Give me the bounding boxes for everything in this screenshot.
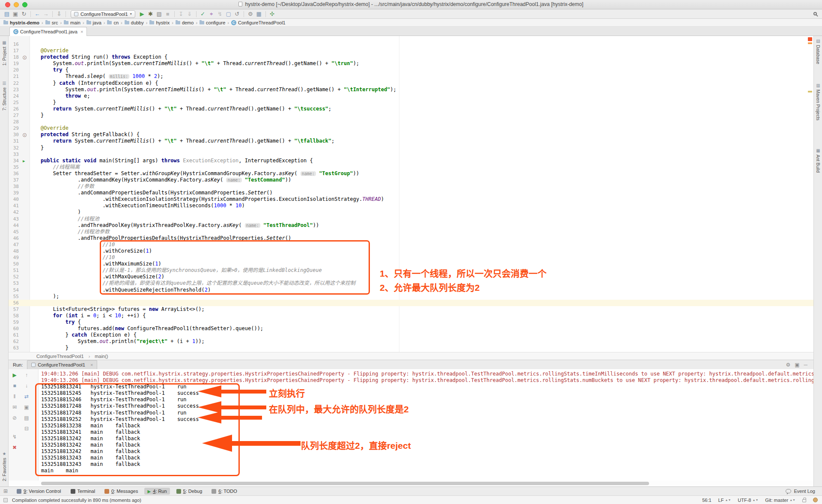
code-line[interactable]: 62 System.out.println("reject\t" + (i + … — [9, 338, 813, 345]
settings-icon[interactable]: ⚙ — [246, 10, 255, 18]
clear-icon[interactable]: ⊘ — [11, 415, 18, 421]
sidebar-item-project[interactable]: ▦1: Project — [0, 40, 9, 66]
code-line[interactable]: 41 .withExecutionTimeoutInMilliseconds(1… — [9, 203, 813, 209]
search-icon[interactable] — [813, 12, 817, 15]
code-line[interactable]: 32 } — [9, 145, 813, 151]
code-editor[interactable]: 1617 @Override18↑ protected String run()… — [9, 36, 813, 352]
status-icon[interactable] — [3, 498, 8, 502]
code-area[interactable]: 1617 @Override18↑ protected String run()… — [9, 41, 813, 352]
event-log-button[interactable]: Event Log — [786, 489, 815, 494]
code-line[interactable]: 35 //线程隔离 — [9, 164, 813, 170]
tab-run[interactable]: ▶4: Run — [144, 488, 170, 495]
maven-icon[interactable]: ✣ — [268, 10, 277, 18]
code-line[interactable]: 31 return System.currentTimeMillis() + "… — [9, 138, 813, 144]
debug-icon[interactable]: ✱ — [146, 10, 155, 18]
sidebar-item-ant[interactable]: ▦Ant Build — [814, 148, 822, 173]
code-line[interactable]: 58 for (int i = 0; i < 10; ++i) { — [9, 313, 813, 319]
close-run-tab-icon[interactable]: × — [90, 362, 93, 367]
sidebar-item-database[interactable]: ▤Database — [814, 39, 822, 64]
attach-icon[interactable]: ↯ — [216, 10, 224, 18]
breadcrumb-item-main[interactable]: main — [64, 20, 80, 25]
breadcrumb-item-configurethreadpool1[interactable]: ConfigureThreadPool1 — [231, 20, 286, 25]
tab-version-control[interactable]: 9: Version Control — [14, 488, 64, 495]
run-icon[interactable]: ▶ — [138, 10, 146, 18]
forward-icon[interactable]: → — [42, 10, 50, 18]
code-line[interactable]: 36 Setter threadSetter = Setter.withGrou… — [9, 170, 813, 177]
tab-debug[interactable]: 5: Debug — [173, 488, 206, 495]
code-line[interactable]: 22 } catch (InterruptedException e) { — [9, 80, 813, 86]
stop-icon[interactable]: ■ — [11, 382, 18, 389]
code-line[interactable]: 61 } catch (Exception e) { — [9, 332, 813, 338]
horizontal-scrollbar[interactable] — [9, 480, 813, 486]
run-tab[interactable]: ConfigureThreadPool1 × — [27, 360, 97, 369]
breadcrumb-item-hystrix-demo[interactable]: hystrix-demo — [3, 20, 39, 25]
project-structure-icon[interactable]: ▦ — [255, 10, 263, 18]
pause-output-icon[interactable]: ‖ — [11, 393, 18, 400]
error-stripe-mark[interactable] — [808, 37, 812, 41]
code-line[interactable]: 45 //线程池参数 — [9, 229, 813, 235]
uml-icon[interactable]: ⌖ — [207, 10, 216, 18]
code-line[interactable]: 63 } — [9, 345, 813, 351]
code-line[interactable]: 29 @Override — [9, 125, 813, 131]
undo-icon[interactable]: ↺ — [233, 10, 241, 18]
run-console[interactable]: ▶■‖✉⊘↯✖↑↓⇄▣▤⊟ 19:40:13.206 [main] DEBUG … — [9, 369, 813, 480]
breadcrumb-item-configure[interactable]: configure — [200, 20, 225, 25]
code-line[interactable]: 28 — [9, 119, 813, 125]
code-line[interactable]: 33 — [9, 151, 813, 158]
clear-all-icon[interactable]: ⊟ — [23, 425, 30, 432]
scrollbar-thumb[interactable] — [41, 482, 649, 485]
code-line[interactable]: 60 futures.add(new ConfigureThreadPool1(… — [9, 325, 813, 332]
scroll-end-icon[interactable]: ▣ — [23, 404, 30, 411]
code-line[interactable]: 44 .andThreadPoolKey(HystrixThreadPoolKe… — [9, 222, 813, 229]
caret-position[interactable]: 56:1 — [702, 498, 711, 503]
tab-todo[interactable]: 6: TODO — [208, 488, 240, 495]
run-configuration-selector[interactable]: ConfigureThreadPool1 ▾ — [71, 10, 135, 18]
tab-messages[interactable]: 0: Messages — [101, 488, 141, 495]
rerun-icon[interactable]: ▶ — [11, 372, 18, 379]
code-line[interactable]: 26 return System.currentTimeMillis() + "… — [9, 106, 813, 112]
code-line[interactable]: 18↑ protected String run() throws Except… — [9, 54, 813, 60]
breadcrumb-item-java[interactable]: java — [86, 20, 101, 25]
code-line[interactable]: 24 throw e; — [9, 93, 813, 99]
show-console-icon[interactable]: ✉ — [11, 404, 18, 411]
hide-panel-icon[interactable]: ─ — [804, 362, 807, 368]
code-line[interactable]: 37 .andCommandKey(HystrixCommandKey.Fact… — [9, 177, 813, 183]
run-gutter-icon[interactable]: ▶ — [23, 159, 25, 163]
update-project-icon[interactable]: ↧ — [177, 10, 185, 18]
window-controls[interactable] — [5, 2, 27, 7]
float-mode-icon[interactable]: ▣ — [795, 362, 799, 368]
code-line[interactable]: 16 — [9, 41, 813, 48]
inspect-icon[interactable]: ✓ — [199, 10, 207, 18]
lock-icon[interactable] — [802, 499, 806, 502]
git-branch-selector[interactable]: Git: master▲▼ — [765, 498, 795, 503]
close-icon[interactable]: ✖ — [11, 444, 18, 451]
doc-icon[interactable]: ▢ — [224, 10, 233, 18]
code-line[interactable]: 39 .andCommandPropertiesDefaults(Hystrix… — [9, 190, 813, 196]
gear-icon[interactable]: ⚙ — [786, 362, 790, 368]
breadcrumb-item-src[interactable]: src — [45, 20, 58, 25]
tool-windows-icon[interactable]: ⊞ — [3, 488, 8, 494]
sidebar-item-favorites[interactable]: ★2: Favorites — [0, 451, 9, 481]
minimize-window-icon[interactable] — [14, 2, 19, 7]
soft-wrap-icon[interactable]: ⇄ — [23, 393, 30, 400]
code-line[interactable]: 20 try { — [9, 67, 813, 73]
code-line[interactable]: 57 List<Future<String>> futures = new Ar… — [9, 306, 813, 313]
encoding-selector[interactable]: UTF-8▲▼ — [738, 498, 758, 503]
stop-icon[interactable]: ■ — [164, 10, 172, 18]
code-line[interactable]: 56 — [9, 300, 813, 306]
override-marker-icon[interactable]: ↑ — [23, 133, 27, 137]
up-stack-icon[interactable]: ↑ — [23, 372, 30, 379]
coverage-icon[interactable]: ▧ — [155, 10, 164, 18]
code-line[interactable]: 43 //线程池 — [9, 216, 813, 222]
back-icon[interactable]: ← — [33, 10, 42, 18]
code-line[interactable]: 30↑ protected String getFallback() { — [9, 131, 813, 138]
breadcrumb-item-demo[interactable]: demo — [176, 20, 194, 25]
override-marker-icon[interactable]: ↑ — [23, 56, 27, 60]
save-all-icon[interactable]: ▣ — [11, 10, 20, 18]
crumb-class[interactable]: ConfigureThreadPool1 — [36, 354, 84, 359]
code-line[interactable]: 17 @Override — [9, 48, 813, 54]
warning-stripe-mark[interactable] — [808, 91, 812, 92]
open-icon[interactable]: ▤ — [3, 10, 11, 18]
code-line[interactable]: 23 System.out.println(System.currentTime… — [9, 86, 813, 93]
code-line[interactable]: 34▶ public static void main(String[] arg… — [9, 158, 813, 164]
